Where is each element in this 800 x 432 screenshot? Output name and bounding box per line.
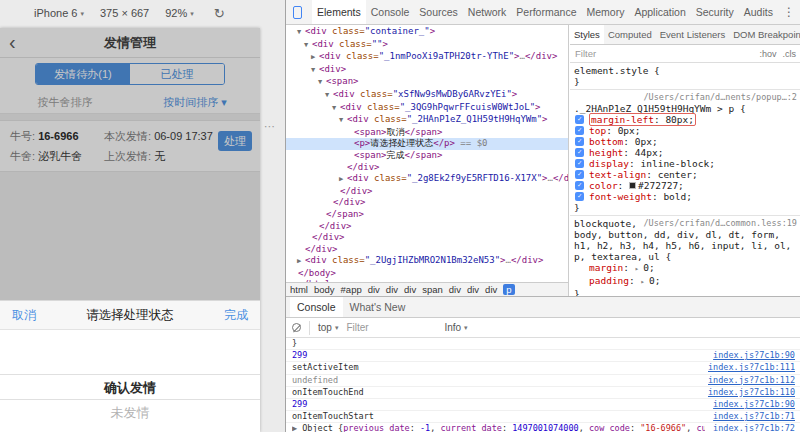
dom-tree-row[interactable]: </body> [286, 268, 568, 280]
devtools-tab-audits[interactable]: Audits [739, 0, 778, 24]
css-property[interactable]: ✓font-weight: bold; [574, 191, 797, 202]
drawer-tab-what-s-new[interactable]: What's New [343, 297, 413, 317]
dom-tree-row[interactable]: </div> [286, 197, 568, 209]
devtools-tab-memory[interactable]: Memory [581, 0, 629, 24]
expander-icon[interactable]: ▼ [339, 115, 347, 127]
css-property[interactable]: ✓margin-left: 80px; [574, 114, 797, 125]
dom-tree-row[interactable]: </div> [286, 162, 568, 174]
console-filter-input[interactable]: Filter [346, 322, 436, 333]
property-checkbox[interactable]: ✓ [575, 137, 584, 146]
css-property[interactable]: ✓text-align: center; [574, 169, 797, 180]
dom-tree-row[interactable]: </div> [286, 232, 568, 244]
css-property[interactable]: ✓bottom: 0px; [574, 136, 797, 147]
property-checkbox[interactable]: ✓ [575, 192, 584, 201]
expander-icon[interactable]: ▶ [339, 174, 347, 186]
devtools-tab-network[interactable]: Network [463, 0, 512, 24]
devtools-tab-security[interactable]: Security [691, 0, 739, 24]
expander-icon[interactable]: ▼ [311, 65, 319, 77]
property-checkbox[interactable]: ✓ [575, 115, 584, 124]
source-link[interactable]: index.js?7c1b:111 [708, 362, 795, 373]
source-link[interactable]: index.js?7c1b:90 [713, 350, 795, 361]
breadcrumb-item[interactable]: #app [341, 284, 362, 295]
clear-console-icon[interactable] [292, 323, 301, 332]
property-checkbox[interactable]: ✓ [575, 126, 584, 135]
viewport-width-input[interactable]: 375 [100, 7, 118, 19]
property-checkbox[interactable]: ✓ [575, 181, 584, 190]
dom-tree-row[interactable]: <span>完成</span> [286, 150, 568, 162]
expand-shorthand-icon[interactable]: ▸ [641, 278, 649, 286]
source-link[interactable]: index.js?7c1b:112 [708, 375, 795, 386]
dom-tree-row[interactable]: <p>请选择处理状态</p> == $0 [286, 138, 568, 150]
styles-filter-input[interactable]: Filter [575, 48, 753, 59]
zoom-select[interactable]: 92%▾ [165, 7, 194, 19]
expander-icon[interactable]: ▼ [325, 90, 333, 102]
done-button[interactable]: 完成 [212, 307, 260, 324]
css-property[interactable]: padding: ▸ 0; [574, 275, 797, 288]
expander-icon[interactable]: ▶ [297, 256, 305, 268]
breadcrumb-item[interactable]: html [290, 284, 308, 295]
dom-tree-row[interactable]: ▼<span> [286, 76, 568, 89]
css-property[interactable]: ✓height: 44px; [574, 147, 797, 158]
breadcrumb-item[interactable]: span [422, 284, 443, 295]
devtools-tab-sources[interactable]: Sources [414, 0, 463, 24]
expander-icon[interactable]: ▼ [304, 40, 312, 52]
property-checkbox[interactable]: ✓ [575, 159, 584, 168]
styles-tab-styles[interactable]: Styles [570, 25, 604, 44]
dom-tree-row[interactable]: <span>取消</span> [286, 127, 568, 139]
dom-tree-row[interactable]: </span> [286, 209, 568, 221]
picker-option[interactable]: 未发情 [0, 400, 260, 426]
toggle-device-toolbar-icon[interactable] [293, 6, 302, 19]
css-property[interactable]: ✓color: #272727; [574, 180, 797, 191]
dom-tree-row[interactable]: </div> [286, 186, 568, 198]
devtools-tab-elements[interactable]: Elements [312, 0, 366, 24]
dom-tree-row[interactable]: ▼<div class="container_"> [286, 26, 568, 39]
viewport-height-input[interactable]: 667 [131, 7, 149, 19]
source-link[interactable]: index.js?7c1b:90 [713, 399, 795, 410]
styles-tab-event-listeners[interactable]: Event Listeners [656, 25, 729, 44]
cancel-button[interactable]: 取消 [0, 307, 48, 324]
stylesheet-link[interactable]: /Users/crifan/d…nents/popup…:2 [643, 92, 797, 103]
dom-tree-row[interactable]: ▼<div class="_3QG9hPqwrFFcuisW0WtJoL"> [286, 102, 568, 115]
expander-icon[interactable]: ▶ [311, 52, 319, 64]
dom-tree-row[interactable]: ▶<div class="_1nmPooXi9aTPH20tr-YThE">…<… [286, 51, 568, 64]
breadcrumb-item[interactable]: div [368, 284, 380, 295]
devtools-tab-console[interactable]: Console [366, 0, 415, 24]
dom-tree-row[interactable]: ▶<div class="_2UgjIHZbMRO2N1Bm32eN53">…<… [286, 255, 568, 268]
dom-tree-row[interactable]: ▼<div> [286, 64, 568, 77]
log-level-select[interactable]: Info▾ [444, 322, 467, 333]
devtools-menu-icon[interactable]: ⋮ [778, 5, 800, 19]
expander-icon[interactable]: ▼ [318, 77, 326, 89]
source-link[interactable]: index.js?7c1b:110 [708, 387, 795, 398]
breadcrumb-item[interactable]: div [386, 284, 398, 295]
drawer-tab-console[interactable]: Console [290, 297, 343, 317]
source-link[interactable]: index.js?7c1b:72 [713, 423, 795, 432]
expander-icon[interactable]: ▼ [332, 103, 340, 115]
expander-icon[interactable]: ▼ [297, 27, 305, 39]
rotate-icon[interactable]: ↻ [214, 6, 225, 21]
property-checkbox[interactable]: ✓ [575, 148, 584, 157]
dom-tree-row[interactable]: </div> [286, 244, 568, 256]
stylesheet-link[interactable]: /Users/crifan/d…common.less:19 [643, 218, 797, 229]
panel-splitter-handle-icon[interactable]: ⋯ [264, 120, 276, 133]
color-swatch[interactable] [629, 182, 636, 189]
dom-tree-row[interactable]: </div> [286, 221, 568, 233]
breadcrumb-item[interactable]: div [449, 284, 461, 295]
toggle-element-state-button[interactable]: :hov [759, 49, 776, 59]
expand-shorthand-icon[interactable]: ▸ [635, 265, 643, 273]
dom-tree-row[interactable]: ▼<div class=""> [286, 39, 568, 52]
styles-tab-dom-breakpoints[interactable]: DOM Breakpoints [729, 25, 800, 44]
source-link[interactable]: index.js?7c1b:71 [713, 411, 795, 422]
breadcrumb-item[interactable]: div [404, 284, 416, 295]
breadcrumb-item[interactable]: div [485, 284, 497, 295]
dom-tree-row[interactable]: ▼<div class="_2HAnP1eZ_Q1H59tH9HqYWm"> [286, 114, 568, 127]
breadcrumb-item[interactable]: p [503, 284, 514, 295]
breadcrumb-item[interactable]: div [467, 284, 479, 295]
property-checkbox[interactable]: ✓ [575, 170, 584, 179]
css-property[interactable]: margin: ▸ 0; [574, 262, 797, 275]
toggle-classes-button[interactable]: .cls [783, 49, 797, 59]
devtools-tab-application[interactable]: Application [629, 0, 690, 24]
picker-option[interactable]: 确认发情 [0, 374, 260, 400]
css-property[interactable]: ✓display: inline-block; [574, 158, 797, 169]
device-select[interactable]: iPhone 6▾ [34, 7, 84, 19]
css-property[interactable]: ✓top: 0px; [574, 125, 797, 136]
